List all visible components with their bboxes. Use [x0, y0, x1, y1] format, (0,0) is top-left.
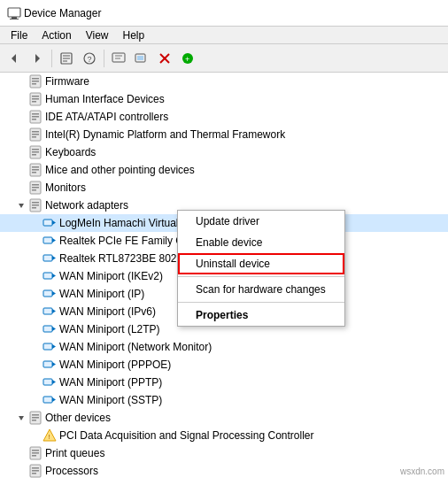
expand-icon-wan_netmon — [28, 340, 42, 354]
menu-action[interactable]: Action — [35, 27, 78, 43]
item-icon-wan_l2tp — [42, 322, 57, 336]
svg-rect-46 — [32, 187, 39, 189]
svg-rect-55 — [43, 237, 52, 243]
expand-icon-intel — [14, 127, 28, 142]
expand-icon-wan_l2tp — [28, 322, 42, 336]
svg-rect-47 — [32, 189, 36, 191]
help-toolbar-btn[interactable]: ? — [79, 48, 100, 69]
ctx-properties[interactable]: Properties — [178, 305, 344, 326]
item-icon-netadapters — [28, 198, 42, 212]
svg-rect-29 — [32, 113, 39, 115]
ctx-update-driver[interactable]: Update driver — [178, 211, 344, 232]
item-icon-wan_pptp — [42, 375, 57, 389]
tree-item-monitors[interactable]: Monitors — [0, 179, 448, 197]
svg-marker-56 — [52, 238, 56, 243]
context-menu: Update driver Enable device Uninstall de… — [177, 210, 345, 327]
svg-rect-34 — [32, 134, 39, 135]
item-icon-wan_ip — [42, 287, 57, 301]
tree-item-mice[interactable]: Mice and other pointing devices — [0, 161, 448, 179]
svg-rect-57 — [43, 255, 52, 261]
toolbar: ? + — [0, 44, 448, 73]
item-icon-wan_ipv6 — [42, 305, 57, 319]
menu-view[interactable]: View — [79, 27, 116, 43]
item-icon-hamachi — [42, 216, 57, 230]
expand-icon-realtek_pcie — [28, 234, 42, 248]
title-bar: Device Manager — [0, 0, 448, 27]
tree-item-intel[interactable]: Intel(R) Dynamic Platform and Thermal Fr… — [0, 126, 448, 143]
svg-rect-63 — [43, 308, 52, 314]
svg-rect-89 — [32, 473, 36, 474]
expand-icon-wan_pptp — [28, 375, 42, 389]
toolbar-sep-1 — [51, 50, 52, 67]
expand-icon-firmware — [14, 74, 28, 89]
ctx-uninstall-device[interactable]: Uninstall device — [178, 253, 344, 274]
svg-rect-38 — [32, 151, 39, 153]
main-content: FirmwareHuman Interface DevicesIDE ATA/A… — [0, 73, 448, 478]
uninstall-toolbar-btn[interactable] — [154, 48, 175, 69]
item-icon-keyboards — [28, 145, 42, 159]
item-icon-wan_pppoe — [42, 358, 57, 372]
item-label-keyboards: Keyboards — [45, 146, 96, 158]
tree-item-print_q[interactable]: Print queues — [0, 444, 448, 462]
svg-rect-79 — [32, 420, 36, 421]
svg-rect-50 — [32, 202, 39, 204]
tree-item-wan_pppoe[interactable]: WAN Miniport (PPPOE) — [0, 356, 448, 374]
svg-rect-2 — [10, 19, 19, 19]
svg-rect-65 — [43, 326, 52, 332]
ctx-scan-changes[interactable]: Scan for hardware changes — [178, 279, 344, 300]
svg-rect-31 — [32, 119, 36, 120]
item-label-firmware: Firmware — [45, 75, 89, 88]
svg-marker-62 — [52, 291, 56, 296]
svg-rect-0 — [8, 8, 20, 17]
item-label-ide: IDE ATA/ATAPI controllers — [45, 111, 168, 123]
item-label-wan_l2tp: WAN Miniport (L2TP) — [59, 323, 160, 335]
menu-file[interactable]: File — [4, 27, 35, 43]
tree-item-pci_data[interactable]: !PCI Data Acquisition and Signal Process… — [0, 427, 448, 444]
svg-marker-72 — [52, 380, 56, 384]
tree-item-wan_pptp[interactable]: WAN Miniport (PPTP) — [0, 374, 448, 391]
back-button[interactable] — [4, 48, 25, 69]
forward-button[interactable] — [27, 48, 48, 69]
svg-rect-35 — [32, 136, 36, 138]
item-label-monitors: Monitors — [45, 181, 86, 194]
tree-item-ide[interactable]: IDE ATA/ATAPI controllers — [0, 108, 448, 126]
tree-item-hid[interactable]: Human Interface Devices — [0, 90, 448, 108]
update-toolbar-btn[interactable] — [131, 48, 152, 69]
svg-rect-11 — [112, 53, 125, 62]
properties-toolbar-btn[interactable] — [56, 48, 77, 69]
item-icon-realtek_rtl — [42, 251, 57, 266]
expand-icon-ide — [14, 110, 28, 124]
tree-item-other_dev[interactable]: Other devices — [0, 409, 448, 427]
svg-rect-69 — [43, 361, 52, 367]
svg-rect-41 — [32, 166, 39, 168]
ctx-enable-device[interactable]: Enable device — [178, 232, 344, 253]
menu-help[interactable]: Help — [116, 27, 152, 43]
scan-toolbar-btn[interactable] — [108, 48, 129, 69]
item-icon-wan_sstp — [42, 393, 57, 407]
expand-icon-wan_pppoe — [28, 358, 42, 372]
svg-rect-71 — [43, 379, 52, 385]
svg-rect-84 — [32, 452, 39, 454]
tree-item-wan_sstp[interactable]: WAN Miniport (SSTP) — [0, 391, 448, 409]
svg-rect-67 — [43, 343, 52, 350]
app-icon — [7, 6, 21, 20]
tree-item-processors[interactable]: Processors — [0, 462, 448, 478]
svg-rect-73 — [43, 397, 52, 403]
svg-rect-27 — [32, 101, 36, 103]
svg-rect-23 — [32, 83, 36, 85]
svg-rect-37 — [32, 149, 39, 150]
svg-marker-54 — [52, 220, 56, 225]
tree-item-wan_netmon[interactable]: WAN Miniport (Network Monitor) — [0, 338, 448, 356]
svg-rect-52 — [32, 207, 36, 209]
svg-rect-53 — [43, 220, 52, 226]
svg-rect-88 — [32, 470, 39, 472]
svg-rect-51 — [32, 204, 39, 206]
item-label-wan_sstp: WAN Miniport (SSTP) — [59, 394, 162, 406]
item-label-processors: Processors — [45, 465, 98, 477]
svg-rect-25 — [32, 96, 39, 97]
enable-toolbar-btn[interactable]: + — [177, 48, 198, 69]
tree-item-keyboards[interactable]: Keyboards — [0, 143, 448, 161]
expand-icon-realtek_rtl — [28, 251, 42, 266]
tree-item-firmware[interactable]: Firmware — [0, 73, 448, 90]
item-icon-pci_data: ! — [42, 428, 57, 443]
